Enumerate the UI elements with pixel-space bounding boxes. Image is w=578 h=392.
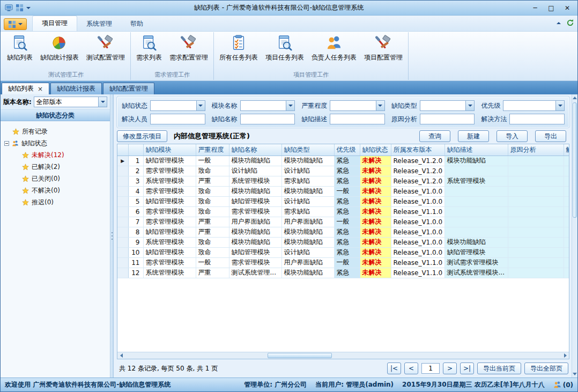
cell-status[interactable]: 未解决	[360, 156, 391, 166]
tree-item-unresolved[interactable]: 未解决(12)	[4, 149, 107, 161]
cell-module[interactable]: 缺陷管理模块	[143, 227, 196, 237]
row-indicator[interactable]	[117, 237, 128, 247]
cell-type[interactable]: 设计缺陷	[281, 247, 334, 257]
query-button[interactable]: 查询	[419, 130, 450, 142]
cell-severity[interactable]: 一般	[196, 156, 229, 166]
cell-severity[interactable]: 致命	[196, 166, 229, 176]
column-header-status[interactable]: 缺陷状态	[360, 144, 391, 156]
cell-description[interactable]: 缺陷管理模块	[444, 247, 508, 257]
column-header-name[interactable]: 缺陷名称	[229, 144, 281, 156]
table-row[interactable]: 8缺陷管理模块严重模块功能缺陷模块功能缺陷紧急未解决Release_V1.0.0	[117, 227, 569, 237]
row-indicator[interactable]	[117, 268, 128, 278]
cell-type[interactable]: 设计缺陷	[281, 196, 334, 206]
close-tab-icon[interactable]: ×	[38, 85, 43, 93]
collapse-ribbon-icon[interactable]	[557, 22, 561, 24]
cell-name[interactable]: 设计缺陷	[229, 166, 281, 176]
cell-status[interactable]: 未解决	[360, 166, 391, 176]
next-page-button[interactable]: >	[443, 363, 457, 374]
cell-release[interactable]: Release_V1.2.0	[391, 156, 444, 166]
cell-rownum[interactable]: 3	[128, 176, 143, 186]
cell-solution[interactable]	[564, 237, 569, 247]
cell-priority[interactable]: 一般	[334, 257, 360, 268]
column-header-severity[interactable]: 严重程度	[196, 144, 229, 156]
cell-module[interactable]: 系统管理模块	[143, 268, 196, 278]
vscrollbar-thumb[interactable]	[573, 102, 577, 218]
cell-solution[interactable]	[564, 247, 569, 257]
cell-name[interactable]: 用户界面缺陷	[229, 217, 281, 227]
cell-severity[interactable]: 致命	[196, 196, 229, 206]
cell-status[interactable]: 未解决	[360, 247, 391, 257]
cell-priority[interactable]: 紧急	[334, 166, 360, 176]
solution-input[interactable]	[509, 114, 565, 124]
cell-release[interactable]: Release_V1.0.0	[391, 186, 444, 196]
cell-description[interactable]: 测试需求管理模块	[444, 257, 508, 268]
tree-item-closed[interactable]: 已关闭(0)	[4, 173, 107, 184]
cell-description[interactable]: 系统管理模块	[444, 176, 508, 186]
app-window-icon[interactable]	[5, 4, 13, 12]
cell-rownum[interactable]: 5	[128, 196, 143, 206]
cell-name[interactable]: 模块功能缺陷	[229, 227, 281, 237]
cell-priority[interactable]: 一般	[334, 186, 360, 196]
column-header-solution[interactable]: 解决	[564, 144, 569, 156]
row-indicator[interactable]	[117, 247, 128, 257]
cell-analysis[interactable]	[508, 227, 564, 237]
severity-select[interactable]	[330, 100, 385, 111]
cell-type[interactable]: 需求缺陷	[281, 176, 334, 186]
cell-status[interactable]: 未解决	[360, 268, 391, 278]
table-row[interactable]: ▶1缺陷管理模块一般模块功能缺陷模块功能缺陷紧急未解决Release_V1.2.…	[117, 156, 569, 166]
tree-item-postponed[interactable]: 推迟(0)	[4, 196, 107, 208]
cell-solution[interactable]	[564, 176, 569, 186]
defect-status-select[interactable]	[150, 100, 205, 111]
doc-tab-defect-config[interactable]: 缺陷配置管理	[103, 83, 154, 94]
cell-type[interactable]: 模块功能缺陷	[281, 227, 334, 237]
table-row[interactable]: 12系统管理模块严重测试系统管理...模块功能缺陷紧急未解决Release_V1…	[117, 268, 569, 278]
cell-priority[interactable]: 紧急	[334, 268, 360, 278]
cell-solution[interactable]	[564, 196, 569, 206]
owner-tasks-button[interactable]: 负责人任务列表	[308, 32, 360, 63]
defect-report-button[interactable]: 缺陷统计报表	[36, 32, 83, 63]
cell-solution[interactable]	[564, 268, 569, 278]
close-button[interactable]: ✕	[559, 2, 575, 14]
row-indicator[interactable]	[117, 217, 128, 227]
cell-solution[interactable]	[564, 227, 569, 237]
cell-release[interactable]: Release_V1.0.0	[391, 227, 444, 237]
cell-analysis[interactable]	[508, 257, 564, 268]
dropdown-icon[interactable]	[376, 101, 384, 110]
column-header-priority[interactable]: 优先级	[334, 144, 360, 156]
cell-rownum[interactable]: 6	[128, 206, 143, 217]
ribbon-tab-project[interactable]: 项目管理	[32, 16, 77, 31]
row-indicator[interactable]	[117, 206, 128, 217]
cell-release[interactable]: Release_V1.2.0	[391, 176, 444, 186]
cell-type[interactable]: 模块功能缺陷	[281, 156, 334, 166]
cell-name[interactable]: 缺陷管理模块	[229, 247, 281, 257]
cell-module[interactable]: 需求管理模块	[143, 166, 196, 176]
qat-dropdown-icon[interactable]	[26, 7, 31, 9]
requirement-config-button[interactable]: 需求配置管理	[166, 32, 212, 63]
defect-type-select[interactable]	[420, 100, 475, 111]
cell-type[interactable]: 模块功能缺陷	[281, 186, 334, 196]
table-row[interactable]: 6需求管理模块致命需求管理模块需求缺陷紧急未解决Release_V1.1.0	[117, 206, 569, 217]
cell-rownum[interactable]: 9	[128, 237, 143, 247]
cell-severity[interactable]: 一般	[196, 257, 229, 268]
table-row[interactable]: 10缺陷管理模块致命缺陷管理模块设计缺陷紧急未解决Release_V1.0.0缺…	[117, 247, 569, 257]
cell-module[interactable]: 需求管理模块	[143, 206, 196, 217]
analysis-input[interactable]	[420, 114, 475, 124]
cell-priority[interactable]: 紧急	[334, 206, 360, 217]
cell-analysis[interactable]	[508, 176, 564, 186]
cell-release[interactable]: Release_V1.0.0	[391, 247, 444, 257]
tree-item-wontfix[interactable]: 不解决(0)	[4, 184, 107, 196]
cell-type[interactable]: 用户界面缺陷	[281, 217, 334, 227]
cell-type[interactable]: 需求缺陷	[281, 206, 334, 217]
export-button[interactable]: 导出	[535, 130, 566, 142]
defect-name-input[interactable]	[240, 114, 295, 124]
cell-description[interactable]	[444, 227, 508, 237]
cell-severity[interactable]: 致命	[196, 237, 229, 247]
cell-name[interactable]: 需求管理模块	[229, 257, 281, 268]
test-config-button[interactable]: 测试配置管理	[83, 32, 129, 63]
vertical-scrollbar[interactable]	[572, 94, 577, 378]
cell-analysis[interactable]	[508, 217, 564, 227]
cell-priority[interactable]: 紧急	[334, 237, 360, 247]
cell-description[interactable]: 测试系统管理模块...	[444, 268, 508, 278]
table-row[interactable]: 4需求管理模块致命模块功能缺陷模块功能缺陷一般未解决Release_V1.0.0	[117, 186, 569, 196]
table-row[interactable]: 5缺陷管理模块致命缺陷管理模块设计缺陷紧急未解决Release_V1.0.0	[117, 196, 569, 206]
